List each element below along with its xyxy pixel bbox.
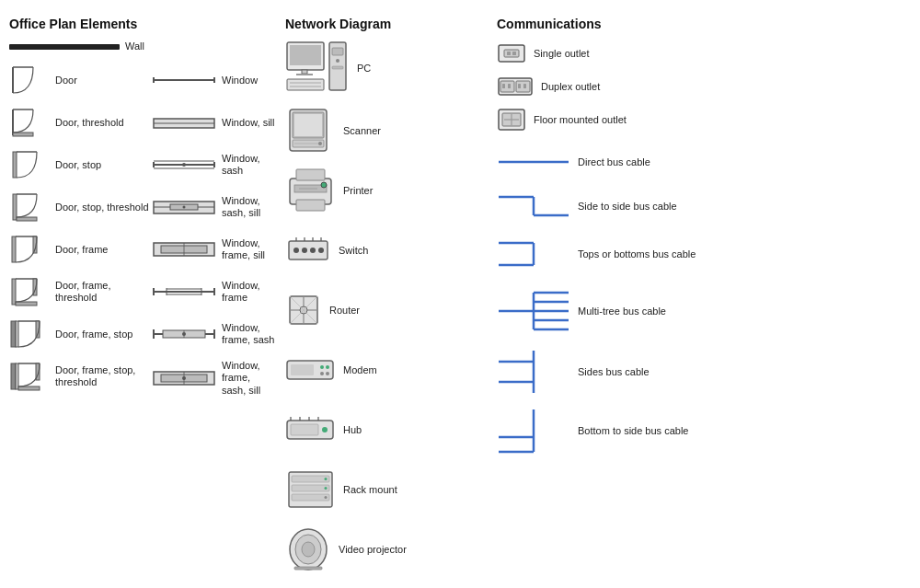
item-label: Direct bus cable (578, 156, 650, 167)
svg-rect-114 (292, 476, 329, 482)
multi-tree-bus-cable-icon (497, 285, 570, 336)
svg-rect-101 (291, 364, 314, 375)
item-label: Floor mounted outlet (534, 114, 627, 125)
list-item: Door, frame (9, 233, 152, 266)
item-label: Door, frame, threshold (55, 280, 152, 304)
window-frame-sash-sill-icon (152, 368, 216, 388)
item-label: Window (222, 75, 258, 86)
svg-rect-133 (518, 84, 521, 88)
comms-column: Communications Single outlet (478, 17, 727, 583)
svg-point-103 (326, 365, 329, 369)
list-item: Door, frame, stop, threshold (9, 360, 152, 393)
window-frame-icon (152, 283, 216, 300)
svg-rect-115 (292, 485, 329, 491)
svg-point-104 (320, 372, 324, 375)
item-label: Modem (343, 364, 377, 375)
single-outlet-icon (497, 41, 526, 65)
list-item: Single outlet (497, 40, 727, 66)
svg-rect-107 (291, 424, 318, 435)
list-item: Window, sill (152, 106, 276, 139)
item-label: Switch (339, 245, 368, 256)
svg-rect-75 (294, 114, 322, 136)
item-label: Window, sash, sill (222, 195, 276, 219)
svg-point-83 (321, 182, 327, 188)
svg-rect-132 (508, 84, 511, 88)
item-label: Door (55, 75, 77, 86)
office-title: Office Plan Elements (9, 17, 276, 31)
item-label: Door, threshold (55, 117, 124, 129)
svg-rect-65 (296, 74, 313, 75)
list-item: Printer (285, 165, 478, 215)
list-item: Door, threshold (9, 106, 152, 139)
svg-rect-3 (13, 133, 33, 136)
item-label: Tops or bottoms bus cable (578, 248, 696, 259)
list-item: Direct bus cable (497, 147, 727, 177)
svg-point-102 (320, 365, 324, 369)
svg-rect-123 (294, 567, 322, 570)
office-column: Office Plan Elements Wall Doo (9, 17, 276, 583)
list-item: Router (285, 284, 478, 335)
svg-rect-18 (11, 321, 16, 347)
pc-icon (285, 40, 350, 96)
list-item: Scanner (285, 105, 478, 156)
svg-rect-66 (287, 79, 324, 90)
list-item: PC (285, 40, 478, 96)
item-label: Side to side bus cable (578, 201, 677, 212)
svg-point-86 (293, 248, 299, 253)
doors-column: Door Door, threshold (9, 63, 152, 406)
list-item: Video projector (285, 524, 478, 574)
direct-bus-cable-icon (497, 154, 570, 170)
item-label: Sides bus cable (578, 366, 650, 377)
svg-point-41 (183, 206, 186, 209)
svg-rect-22 (11, 363, 16, 389)
main-page: Office Plan Elements Wall Doo (0, 0, 920, 588)
window-frame-sill-icon (152, 239, 216, 259)
svg-rect-131 (502, 84, 505, 88)
svg-point-117 (325, 478, 328, 480)
window-sill-icon (152, 113, 216, 132)
item-label: Multi-tree bus cable (578, 306, 666, 317)
tops-bottoms-bus-cable-icon (497, 236, 570, 272)
door-stop-icon (9, 148, 50, 181)
list-item: Modem (285, 344, 478, 395)
floor-mounted-outlet-icon (497, 108, 526, 132)
svg-point-61 (182, 376, 186, 380)
duplex-outlet-icon (497, 75, 534, 98)
list-item: Rack mount (285, 464, 478, 514)
item-label: Window, frame (222, 280, 276, 304)
list-item: Bottom to side bus cable (497, 408, 727, 454)
list-item: Window (152, 63, 276, 97)
svg-rect-116 (292, 494, 329, 501)
window-icon (152, 72, 216, 88)
door-threshold-icon (9, 106, 50, 139)
network-title: Network Diagram (285, 17, 478, 31)
svg-point-78 (318, 142, 322, 145)
list-item: Hub (285, 404, 478, 455)
svg-rect-134 (523, 84, 526, 88)
svg-rect-63 (290, 45, 321, 65)
item-label: Door, frame, stop (55, 329, 132, 340)
sides-bus-cable-icon (497, 349, 570, 395)
list-item: Window, frame, sill (152, 233, 276, 266)
network-column: Network Diagram (276, 17, 478, 583)
list-item: Duplex outlet (497, 74, 727, 99)
svg-point-118 (325, 487, 328, 490)
video-projector-icon (285, 526, 331, 572)
modem-icon (285, 355, 336, 385)
item-label: Scanner (343, 125, 381, 136)
hub-icon (285, 415, 336, 444)
side-to-side-bus-cable-icon (497, 190, 570, 223)
rack-mount-icon (285, 470, 336, 509)
svg-rect-72 (332, 66, 343, 69)
item-label: Window, frame, sill (222, 237, 276, 261)
bottom-to-side-bus-cable-icon (497, 408, 570, 454)
svg-rect-9 (17, 217, 37, 221)
list-item: Sides bus cable (497, 349, 727, 395)
item-label: Bottom to side bus cable (578, 425, 688, 436)
door-frame-stop-threshold-icon (9, 360, 50, 393)
svg-point-87 (302, 248, 307, 253)
svg-rect-8 (13, 194, 17, 220)
svg-rect-125 (504, 50, 519, 57)
list-item: Window, frame (152, 275, 276, 308)
item-label: Router (329, 305, 360, 316)
